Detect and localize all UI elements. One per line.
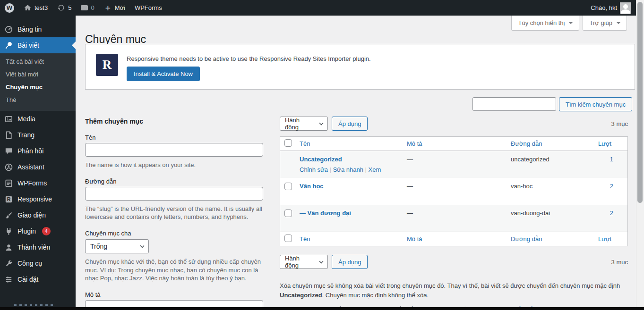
search-categories-button[interactable]: Tìm kiếm chuyên mục — [559, 97, 632, 111]
avatar — [620, 2, 631, 14]
sidebar-label-posts: Bài viết — [17, 42, 39, 49]
search-input[interactable] — [472, 97, 556, 111]
submenu-categories[interactable]: Chuyên mục — [0, 81, 76, 93]
add-form-title: Thêm chuyên mục — [85, 117, 263, 125]
table-row: — Văn đương đại — van-duong-dai 2 — [280, 205, 627, 232]
updates-link[interactable]: 5 — [52, 0, 76, 16]
submenu-all-posts[interactable]: Tất cả bài viết — [0, 55, 76, 68]
quick-edit-action[interactable]: Sửa nhanh — [333, 166, 369, 173]
parent-category-value: Trống — [90, 243, 107, 250]
category-link[interactable]: — Văn đương đại — [300, 209, 351, 217]
sidebar-item-pages[interactable]: Trang — [0, 127, 76, 143]
sidebar-item-appearance[interactable]: Giao diện — [0, 207, 76, 223]
name-field[interactable] — [85, 143, 263, 157]
user-icon — [4, 243, 13, 252]
sidebar-label-tools: Công cụ — [17, 260, 42, 267]
sort-by-slug[interactable]: Đường dẫn — [511, 235, 598, 243]
submenu-tags[interactable]: Thẻ — [0, 93, 76, 106]
post-count-link[interactable]: 2 — [598, 183, 627, 190]
wordpress-menu[interactable]: W — [0, 0, 19, 16]
sort-by-description[interactable]: Mô tả — [407, 235, 511, 243]
bulk-action-select[interactable]: Hành động — [280, 117, 328, 131]
bottom-strip — [0, 307, 644, 310]
updates-icon — [57, 4, 65, 12]
table-row: Uncategorized Chỉnh sửaSửa nhanhXem — un… — [280, 151, 627, 178]
category-link[interactable]: Uncategorized — [300, 156, 342, 163]
apply-button[interactable]: Áp dụng — [332, 255, 368, 269]
sort-by-slug[interactable]: Đường dẫn — [511, 140, 598, 147]
bulk-action-select[interactable]: Hành động — [280, 255, 328, 269]
sort-by-name[interactable]: Tên — [296, 235, 407, 243]
chevron-down-icon — [319, 259, 323, 263]
post-count-link[interactable]: 2 — [598, 209, 627, 217]
sidebar-item-wpforms[interactable]: WPForms — [0, 175, 76, 191]
sidebar-item-users[interactable]: Thành viên — [0, 239, 76, 255]
screen-meta-tabs: Tùy chọn hiển thị Trợ giúp — [511, 16, 627, 31]
scrollbar-thumb[interactable] — [637, 2, 643, 203]
sidebar-item-media[interactable]: Media — [0, 111, 76, 127]
paintbrush-icon — [4, 211, 13, 220]
install-activate-button[interactable]: Install & Activate Now — [127, 67, 200, 81]
edit-action[interactable]: Chỉnh sửa — [300, 166, 333, 173]
row-actions: Chỉnh sửaSửa nhanhXem — [300, 166, 407, 173]
svg-text:R: R — [7, 197, 10, 202]
new-label: Mới — [115, 4, 125, 11]
responsive-r-icon: R — [4, 195, 13, 204]
sort-by-count[interactable]: Lượt — [598, 140, 627, 147]
sort-by-name[interactable]: Tên — [296, 140, 407, 147]
parent-category-help: Chuyên mục khác với thẻ, bạn có thể sử d… — [85, 258, 263, 282]
sidebar-item-posts[interactable]: Bài viết — [0, 37, 76, 53]
new-content-link[interactable]: ＋ Mới — [99, 0, 130, 16]
sort-by-count[interactable]: Lượt — [598, 235, 627, 243]
table-row: Văn học — van-hoc 2 — [280, 178, 627, 205]
select-all-checkbox[interactable] — [284, 139, 292, 147]
sidebar-item-responsive[interactable]: R Responsive — [0, 191, 76, 207]
post-count-link[interactable]: 1 — [598, 156, 627, 163]
wpforms-adminbar-link[interactable]: WPForms — [130, 0, 167, 16]
sidebar-label-wpforms: WPForms — [17, 179, 47, 187]
category-link[interactable]: Văn học — [300, 183, 324, 190]
scrollbar-track[interactable] — [636, 0, 644, 307]
comments-link[interactable]: 0 — [76, 0, 99, 16]
sidebar-label-pages: Trang — [17, 131, 34, 139]
site-link[interactable]: test3 — [19, 0, 52, 16]
sidebar-item-settings[interactable]: Cài đặt — [0, 271, 76, 287]
default-category-name: Uncategorized — [280, 292, 322, 299]
account-menu[interactable]: Chào, hkt — [586, 0, 636, 16]
submenu-new-post[interactable]: Viết bài mới — [0, 68, 76, 81]
sidebar-label-settings: Cài đặt — [17, 276, 38, 283]
sort-by-description[interactable]: Mô tả — [407, 140, 511, 147]
sidebar-label-assistant: Assistant — [17, 163, 44, 171]
sidebar-item-comments[interactable]: Phản hồi — [0, 143, 76, 159]
parent-category-select[interactable]: Trống — [85, 239, 149, 253]
categories-list: Hành động Áp dụng 3 mục Tên Mô tả Đường … — [280, 117, 628, 307]
slug-cell: uncategorized — [511, 156, 598, 163]
sidebar-item-tools[interactable]: Công cụ — [0, 255, 76, 271]
screen-options-tab[interactable]: Tùy chọn hiển thị — [511, 16, 579, 31]
sidebar-item-plugins[interactable]: Plugin 4 — [0, 223, 76, 239]
home-icon — [24, 4, 32, 12]
table-footer-row: Tên Mô tả Đường dẫn Lượt — [280, 232, 627, 246]
apply-button[interactable]: Áp dụng — [332, 117, 368, 131]
sidebar-item-assistant[interactable]: Assistant — [0, 159, 76, 175]
view-action[interactable]: Xem — [369, 166, 381, 173]
comments-count: 0 — [91, 4, 94, 11]
help-tab[interactable]: Trợ giúp — [583, 16, 627, 31]
row-checkbox[interactable] — [284, 183, 292, 190]
row-checkbox[interactable] — [284, 209, 292, 217]
plus-icon: ＋ — [104, 4, 112, 12]
description-field[interactable] — [85, 300, 263, 307]
description-cell: — — [407, 209, 511, 217]
plugin-notice: R Responsive theme needs to be active to… — [85, 44, 635, 90]
responsive-logo: R — [96, 54, 118, 76]
select-all-checkbox[interactable] — [284, 235, 292, 242]
delete-note: Xóa chuyên mục sẽ không xóa bài viết tro… — [280, 281, 628, 300]
sidebar-item-dashboard[interactable]: Bảng tin — [0, 21, 76, 37]
partial-menu-item — [14, 304, 53, 306]
slug-field[interactable] — [85, 187, 263, 201]
page-icon — [4, 131, 13, 140]
bulk-action-value: Hành động — [285, 117, 313, 131]
pushpin-icon — [4, 41, 13, 50]
bulk-action-value: Hành động — [285, 255, 313, 269]
name-help: The name is how it appears on your site. — [85, 161, 263, 169]
